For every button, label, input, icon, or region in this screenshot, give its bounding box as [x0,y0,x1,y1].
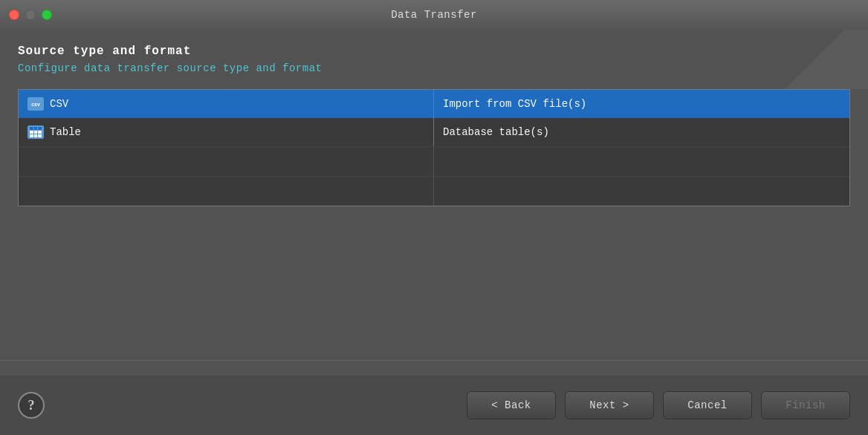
csv-left-cell: csv CSV [19,90,434,118]
back-button[interactable]: < Back [467,391,556,419]
finish-button[interactable]: Finish [761,391,850,419]
help-button[interactable]: ? [18,392,45,419]
grid-cell [30,127,33,130]
grid-cell [34,131,38,134]
footer: ? < Back Next > Cancel Finish [0,376,868,435]
close-button[interactable] [9,10,19,20]
spacer-row-2 [19,176,849,206]
table-icon-grid [30,127,42,137]
csv-label: CSV [50,98,68,110]
window-controls [9,10,52,20]
csv-right-cell: Import from CSV file(s) [434,90,849,118]
csv-row[interactable]: csv CSV Import from CSV file(s) [19,90,849,118]
grid-cell [38,127,42,130]
spacer-row-1 [19,146,849,176]
grid-cell [34,127,38,130]
grid-cell [38,134,42,137]
csv-icon: csv [27,97,44,111]
footer-buttons: < Back Next > Cancel Finish [467,391,850,419]
table-row[interactable]: Table Database table(s) [19,118,849,146]
table-right-cell: Database table(s) [434,118,849,146]
spacer-cell-left [19,147,434,176]
window-title: Data Transfer [391,9,477,21]
table-icon [27,125,44,139]
table-description: Database table(s) [443,126,549,138]
minimize-button[interactable] [25,10,36,20]
next-button[interactable]: Next > [565,391,654,419]
spacer-cell-left [19,177,434,206]
grid-cell [30,131,33,134]
grid-cell [38,131,42,134]
maximize-button[interactable] [42,10,52,20]
content-spacer [18,221,850,360]
grid-cell [30,134,33,137]
footer-left: ? [18,392,45,419]
title-bar: Data Transfer [0,0,868,30]
decorative-corner [719,30,868,89]
csv-description: Import from CSV file(s) [443,98,586,110]
cancel-button[interactable]: Cancel [663,391,752,419]
spacer-cell-right [434,147,849,176]
table-left-cell: Table [19,118,434,146]
main-content: Source type and format Configure data tr… [0,30,868,376]
bottom-divider [0,360,868,361]
spacer-cell-right [434,177,849,206]
grid-cell [34,134,38,137]
source-type-table: csv CSV Import from CSV file(s) [18,89,850,206]
table-label: Table [50,126,81,138]
